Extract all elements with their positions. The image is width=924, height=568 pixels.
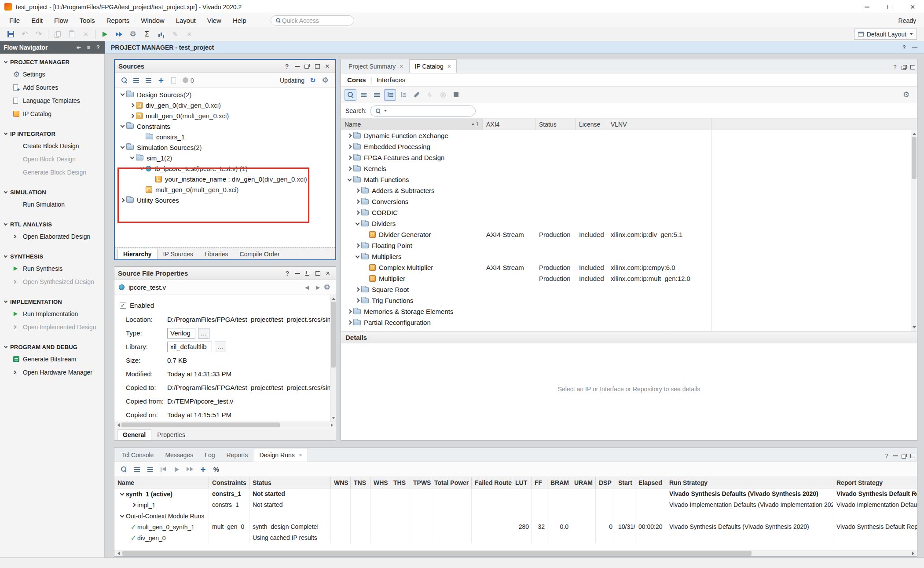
undo-button[interactable]: ↶: [18, 29, 31, 40]
report-button[interactable]: [155, 29, 167, 40]
settings-button[interactable]: ⚙: [127, 29, 139, 40]
menu-help[interactable]: Help: [227, 14, 252, 27]
flow-item-run-synthesis[interactable]: Run Synthesis: [0, 262, 104, 275]
menu-file[interactable]: File: [4, 14, 26, 27]
column-header[interactable]: WNS: [331, 477, 351, 488]
cancel-button[interactable]: ×: [183, 29, 195, 40]
tree-row[interactable]: mult_gen_0 (mult_gen_0.xci): [115, 110, 335, 121]
ip-tree-row[interactable]: Math Functions: [341, 174, 917, 185]
ip-tree-row[interactable]: Dividers: [341, 218, 917, 229]
tab-general[interactable]: General: [117, 430, 151, 440]
run-row-div-gen[interactable]: div_gen_0 Using cached IP results: [114, 532, 917, 543]
scroll-up-icon[interactable]: [332, 296, 335, 300]
expand-arrow-icon[interactable]: [345, 310, 353, 313]
tree-row[interactable]: constrs_1: [115, 131, 335, 142]
ip-tree-row[interactable]: Square Root: [341, 284, 917, 295]
search-button[interactable]: [345, 89, 356, 101]
scrollbar-thumb[interactable]: [121, 422, 280, 427]
file-info-button[interactable]: [168, 75, 179, 86]
collapse-arrow-icon[interactable]: [353, 256, 361, 258]
flow-item-generate-block-design[interactable]: Generate Block Design: [0, 166, 104, 179]
flow-item-open-elaborated-design[interactable]: Open Elaborated Design: [0, 230, 104, 243]
forward-arrow-icon[interactable]: ►: [315, 284, 321, 291]
collapse-arrow-icon[interactable]: [118, 94, 126, 95]
column-header[interactable]: Name: [114, 477, 209, 488]
run-row-ooc-group[interactable]: Out-of-Context Module Runs: [114, 510, 917, 521]
expand-all-button[interactable]: [144, 464, 156, 475]
ip-tree-row[interactable]: FPGA Features and Design: [341, 152, 917, 163]
help-icon[interactable]: ?: [95, 44, 101, 51]
menu-view[interactable]: View: [202, 14, 227, 27]
close-icon[interactable]: ×: [323, 269, 332, 278]
horizontal-scrollbar[interactable]: [114, 422, 336, 428]
ip-row-multiplier[interactable]: MultiplierProductionIncludedxilinx.com:i…: [341, 273, 917, 284]
expand-all-button[interactable]: [143, 75, 154, 86]
tree-row[interactable]: tb_ipcore_test (ipcore_test.v) (1): [115, 163, 335, 174]
scroll-down-icon[interactable]: [913, 326, 916, 330]
vertical-scrollbar[interactable]: [911, 130, 917, 331]
target-button[interactable]: [437, 89, 449, 101]
close-tab-icon[interactable]: ×: [400, 63, 403, 69]
expand-arrow-icon[interactable]: [353, 189, 361, 192]
collapse-arrow-icon[interactable]: [118, 125, 126, 127]
column-header-axi4[interactable]: AXI4: [483, 119, 535, 130]
flow-item-settings[interactable]: ⚙Settings: [0, 68, 104, 81]
tab-hierarchy[interactable]: Hierarchy: [117, 249, 158, 259]
enabled-checkbox[interactable]: [120, 302, 126, 309]
tree-row[interactable]: mult_gen_0 (mult_gen_0.xci): [115, 184, 335, 195]
run-row-synth-1[interactable]: synth_1 (active) constrs_1 Not started V…: [114, 488, 917, 499]
expand-arrow-icon[interactable]: [118, 199, 126, 202]
collapse-arrow-icon[interactable]: [118, 515, 126, 517]
expand-arrow-icon[interactable]: [345, 134, 353, 137]
column-header[interactable]: Constraints: [209, 477, 249, 488]
expand-all-button[interactable]: [371, 89, 383, 101]
column-header[interactable]: Elapsed: [635, 477, 666, 488]
tree-row[interactable]: Design Sources (2): [115, 89, 335, 100]
ip-tree-row[interactable]: Embedded Processing: [341, 141, 917, 152]
column-header[interactable]: Start: [615, 477, 635, 488]
ip-tree-row[interactable]: Adders & Subtracters: [341, 185, 917, 196]
column-header[interactable]: URAM: [571, 477, 596, 488]
column-header-license[interactable]: License: [576, 119, 607, 130]
collapse-all-button[interactable]: [358, 89, 370, 101]
collapse-all-button[interactable]: [131, 464, 143, 475]
ip-tree-row[interactable]: Dynamic Function eXchange: [341, 130, 917, 141]
subtab-cores[interactable]: Cores: [347, 76, 366, 84]
scroll-right-icon[interactable]: [331, 423, 335, 427]
properties-settings-button[interactable]: ⚙: [323, 283, 331, 292]
column-header[interactable]: WHS: [370, 477, 390, 488]
column-header[interactable]: Status: [249, 477, 331, 488]
expand-arrow-icon[interactable]: [128, 114, 136, 117]
flow-item-create-block-design[interactable]: Create Block Design: [0, 139, 104, 153]
scroll-left-icon[interactable]: [116, 423, 120, 427]
close-icon[interactable]: ×: [323, 62, 332, 71]
ip-tree-row[interactable]: Trig Functions: [341, 295, 917, 306]
type-field[interactable]: [167, 328, 195, 339]
flow-item-language-templates[interactable]: Language Templates: [0, 94, 104, 107]
flow-section-synthesis[interactable]: SYNTHESIS: [0, 251, 104, 262]
launch-runs-button[interactable]: [171, 464, 183, 475]
stop-button[interactable]: [450, 89, 462, 101]
ip-tree-row[interactable]: CORDIC: [341, 207, 917, 218]
tab-messages[interactable]: Messages: [159, 448, 199, 462]
tab-libraries[interactable]: Libraries: [199, 249, 234, 259]
tree-row[interactable]: Constraints: [115, 121, 335, 131]
redo-button[interactable]: ↷: [33, 29, 45, 40]
minimize-icon[interactable]: —: [912, 44, 918, 51]
menu-layout[interactable]: Layout: [170, 14, 202, 27]
minimize-icon[interactable]: [293, 62, 301, 71]
expand-arrow-icon[interactable]: [353, 244, 361, 247]
browse-library-button[interactable]: …: [215, 342, 226, 352]
ip-tree-row[interactable]: Floating Point: [341, 240, 917, 251]
flow-section-rtl-analysis[interactable]: RTL ANALYSIS: [0, 218, 104, 230]
scroll-down-icon[interactable]: [332, 417, 335, 421]
tab-compile-order[interactable]: Compile Order: [234, 249, 286, 259]
menu-flow[interactable]: Flow: [48, 14, 74, 27]
sources-settings-button[interactable]: ⚙: [319, 75, 331, 86]
run-steps-button[interactable]: [113, 29, 125, 40]
collapse-panel-icon[interactable]: ⇤: [76, 44, 82, 51]
collapse-arrow-icon[interactable]: [128, 157, 136, 159]
close-button[interactable]: ×: [901, 0, 924, 14]
maximize-icon[interactable]: [313, 62, 322, 71]
search-button[interactable]: [118, 464, 130, 475]
